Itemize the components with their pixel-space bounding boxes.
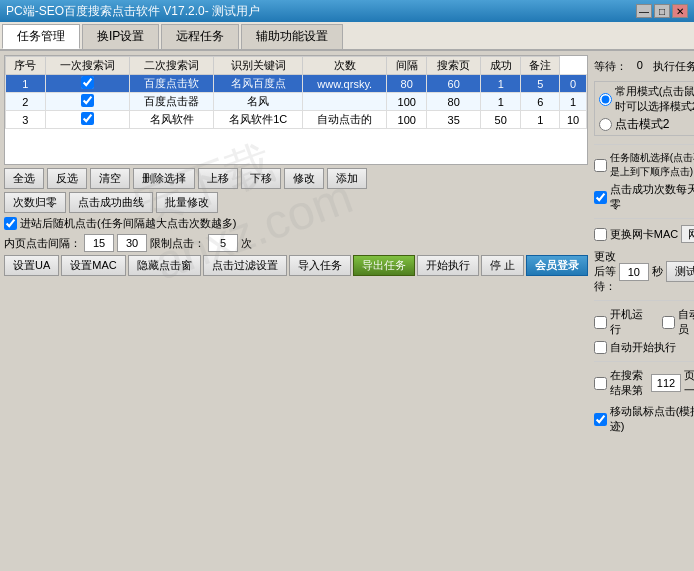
export-task-button[interactable]: 导出任务 [353, 255, 415, 276]
mode1-radio[interactable] [599, 93, 612, 106]
exec-label: 执行任务： [653, 59, 694, 74]
clear-button[interactable]: 清空 [90, 168, 130, 189]
cell-note: 1 [560, 93, 586, 111]
mode1-option: 常用模式(点击鼠标混乱时可以选择模式2测试下) [599, 84, 694, 114]
task-random-option: 任务随机选择(点击不勾选则是上到下顺序点击) [594, 151, 694, 179]
auto-login-checkbox[interactable] [662, 316, 675, 329]
toolbar-row-2: 次数归零 点击成功曲线 批量修改 [4, 192, 588, 213]
click-filter-button[interactable]: 点击过滤设置 [203, 255, 287, 276]
limit-input[interactable] [208, 234, 238, 252]
interval-min-input[interactable] [84, 234, 114, 252]
search-result-input[interactable] [651, 374, 681, 392]
startup-row: 开机运行 自动登录会员 [594, 307, 694, 337]
auto-start-checkbox[interactable] [594, 341, 607, 354]
interval-max-input[interactable] [117, 234, 147, 252]
delete-select-button[interactable]: 删除选择 [133, 168, 195, 189]
mac-update-row: 更改后等待： 秒 测试换MAC [594, 249, 694, 294]
cell-page: 1 [481, 75, 521, 93]
mac-row: 更换网卡MAC 网卡列表 [594, 225, 694, 243]
add-button[interactable]: 添加 [327, 168, 367, 189]
move-up-button[interactable]: 上移 [198, 168, 238, 189]
col-header-count: 次数 [303, 57, 387, 75]
cell-interval: 35 [426, 111, 480, 129]
window-controls: — □ ✕ [636, 4, 688, 18]
search-result-row: 在搜索结果第 页随机点击一个页面 [594, 368, 694, 398]
cell-page: 1 [481, 93, 521, 111]
tab-ip-settings[interactable]: 换IP设置 [82, 24, 159, 49]
cell-check [45, 111, 129, 129]
batch-edit-button[interactable]: 批量修改 [156, 192, 218, 213]
vip-login-button[interactable]: 会员登录 [526, 255, 588, 276]
nic-select[interactable]: 网卡列表 [681, 225, 694, 243]
success-zero-label: 点击成功次数每天自动归零 [610, 182, 694, 212]
enter-click-option: 进站后随机点击(任务间隔越大点击次数越多) [4, 216, 588, 231]
test-mac-button[interactable]: 测试换MAC [666, 261, 694, 282]
task-random-label: 任务随机选择(点击不勾选则是上到下顺序点击) [610, 151, 694, 179]
cell-success: 5 [520, 75, 560, 93]
set-ua-button[interactable]: 设置UA [4, 255, 59, 276]
table-row[interactable]: 1 百度点击软 名风百度点 www.qrsky. 80 60 1 5 0 [6, 75, 587, 93]
minimize-button[interactable]: — [636, 4, 652, 18]
cell-keyword: www.qrsky. [303, 75, 387, 93]
cell-keyword: 自动点击的 [303, 111, 387, 129]
task-table: 序号 一次搜索词 二次搜索词 识别关键词 次数 间隔 搜索页 成功 备注 1 [5, 56, 587, 129]
cell-note: 0 [560, 75, 586, 93]
move-down-button[interactable]: 下移 [241, 168, 281, 189]
enter-click-checkbox[interactable] [4, 217, 17, 230]
cell-success: 1 [520, 111, 560, 129]
cell-page: 50 [481, 111, 521, 129]
task-table-container: 序号 一次搜索词 二次搜索词 识别关键词 次数 间隔 搜索页 成功 备注 1 [4, 55, 588, 165]
cell-search1: 名风软件 [129, 111, 213, 129]
success-zero-option: 点击成功次数每天自动归零 [594, 182, 694, 212]
start-exec-button[interactable]: 开始执行 [417, 255, 479, 276]
window-title: PC端-SEO百度搜索点击软件 V17.2.0- 测试用户 [6, 3, 260, 20]
col-header-note: 备注 [520, 57, 560, 75]
cell-count: 80 [387, 75, 427, 93]
col-header-id: 序号 [6, 57, 46, 75]
update-wait-label: 更改后等待： [594, 249, 616, 294]
maximize-button[interactable]: □ [654, 4, 670, 18]
cell-interval: 60 [426, 75, 480, 93]
mode2-label: 点击模式2 [615, 116, 670, 133]
close-button[interactable]: ✕ [672, 4, 688, 18]
tab-task-management[interactable]: 任务管理 [2, 24, 80, 49]
set-mac-button[interactable]: 设置MAC [61, 255, 125, 276]
wait-label: 等待： [594, 59, 627, 74]
divider3 [594, 300, 694, 301]
right-panel: 等待： 0 执行任务： 2 常用模式(点击鼠标混乱时可以选择模式2测试下) 点击… [592, 55, 694, 568]
cell-interval: 80 [426, 93, 480, 111]
search-result-checkbox[interactable] [594, 377, 607, 390]
tab-remote-task[interactable]: 远程任务 [161, 24, 239, 49]
success-zero-checkbox[interactable] [594, 191, 607, 204]
success-curve-button[interactable]: 点击成功曲线 [69, 192, 153, 213]
table-row[interactable]: 2 百度点击器 名风 100 80 1 6 1 [6, 93, 587, 111]
auto-login-label: 自动登录会员 [678, 307, 694, 337]
divider2 [594, 218, 694, 219]
mac-checkbox[interactable] [594, 228, 607, 241]
toolbar-row-1: 全选 反选 清空 删除选择 上移 下移 修改 添加 [4, 168, 588, 189]
startup-checkbox[interactable] [594, 316, 607, 329]
edit-button[interactable]: 修改 [284, 168, 324, 189]
content-area: 序号 一次搜索词 二次搜索词 识别关键词 次数 间隔 搜索页 成功 备注 1 [0, 51, 694, 571]
mobile-mouse-checkbox[interactable] [594, 413, 607, 426]
select-all-button[interactable]: 全选 [4, 168, 44, 189]
invert-select-button[interactable]: 反选 [47, 168, 87, 189]
col-header-success: 成功 [481, 57, 521, 75]
auto-login-option: 自动登录会员 [662, 307, 694, 337]
cell-check [45, 75, 129, 93]
table-row[interactable]: 3 名风软件 名风软件1C 自动点击的 100 35 50 1 10 [6, 111, 587, 129]
hide-window-button[interactable]: 隐藏点击窗 [128, 255, 201, 276]
status-row: 等待： 0 执行任务： 2 [594, 57, 694, 76]
stop-button[interactable]: 停 止 [481, 255, 524, 276]
update-wait-input[interactable] [619, 263, 649, 281]
tab-aux-settings[interactable]: 辅助功能设置 [241, 24, 343, 49]
limit-label: 限制点击： [150, 236, 205, 251]
mobile-mouse-label: 移动鼠标点击(模拟移动轨迹) [610, 404, 694, 434]
mode2-option: 点击模式2 [599, 116, 694, 133]
mode2-radio[interactable] [599, 118, 612, 131]
task-random-checkbox[interactable] [594, 159, 607, 172]
enter-click-label: 进站后随机点击(任务间隔越大点击次数越多) [20, 216, 236, 231]
import-task-button[interactable]: 导入任务 [289, 255, 351, 276]
interval-row: 内页点击间隔： 限制点击： 次 [4, 234, 588, 252]
reset-count-button[interactable]: 次数归零 [4, 192, 66, 213]
